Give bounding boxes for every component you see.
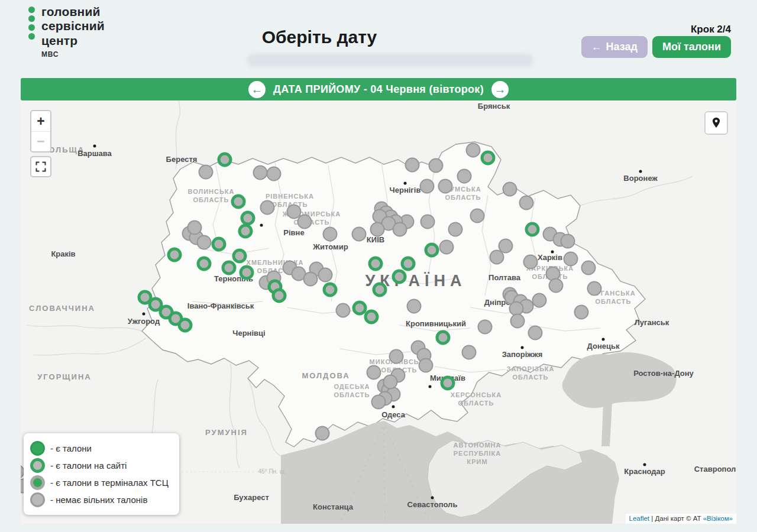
logo-line-1: головний (41, 5, 105, 19)
service-center-marker-no-tickets[interactable] (323, 227, 338, 242)
service-center-marker-tickets-on-site[interactable] (481, 151, 496, 166)
service-center-marker-no-tickets[interactable] (587, 281, 602, 296)
service-center-marker-no-tickets[interactable] (561, 234, 575, 249)
city-dot (143, 313, 145, 316)
my-tickets-button[interactable]: Мої талони (652, 36, 731, 58)
service-center-marker-no-tickets[interactable] (466, 143, 481, 158)
header-buttons: ←Назад Мої талони (581, 36, 731, 58)
service-center-marker-no-tickets[interactable] (383, 375, 398, 390)
service-center-marker-tickets-on-site[interactable] (238, 224, 253, 239)
service-center-marker-no-tickets[interactable] (564, 252, 578, 267)
service-center-marker-no-tickets[interactable] (574, 305, 589, 320)
service-center-marker-no-tickets[interactable] (420, 179, 435, 194)
service-center-marker-no-tickets[interactable] (528, 326, 543, 340)
service-center-marker-no-tickets[interactable] (581, 261, 596, 275)
service-center-marker-no-tickets[interactable] (253, 166, 268, 180)
service-center-marker-no-tickets[interactable] (519, 196, 534, 210)
service-center-marker-no-tickets[interactable] (419, 358, 434, 373)
map-pin-icon (711, 117, 722, 129)
map-canvas[interactable]: ПОЛЬЩАСЛОВАЧЧИНАУГОРЩИНАРУМУНІЯМОЛДОВАВО… (21, 100, 736, 524)
service-center-marker-no-tickets[interactable] (352, 227, 367, 242)
legend-item-terminal: - є талони в терміналах ТСЦ (30, 475, 169, 490)
service-center-marker-tickets-on-site[interactable] (241, 211, 255, 226)
legend-label: - є талони в терміналах ТСЦ (50, 478, 169, 488)
prev-date-button[interactable]: ← (248, 81, 266, 98)
service-center-marker-tickets-on-site[interactable] (167, 248, 182, 262)
fullscreen-button[interactable] (30, 156, 51, 177)
city-dot (521, 346, 524, 349)
service-center-marker-no-tickets[interactable] (523, 255, 538, 270)
service-center-marker-no-tickets[interactable] (336, 303, 351, 318)
service-center-marker-no-tickets[interactable] (439, 240, 454, 255)
city-dot (551, 251, 554, 254)
service-center-marker-tickets-on-site[interactable] (212, 237, 227, 252)
service-center-marker-tickets-on-site[interactable] (218, 153, 232, 167)
service-center-marker-no-tickets[interactable] (370, 222, 385, 237)
service-center-marker-tickets-on-site[interactable] (364, 310, 379, 325)
city-dot (643, 463, 646, 466)
service-center-marker-no-tickets[interactable] (318, 268, 333, 283)
zoom-out-button[interactable]: − (31, 131, 50, 151)
azov-sea (562, 352, 677, 408)
service-center-marker-no-tickets[interactable] (303, 272, 318, 287)
service-center-marker-no-tickets[interactable] (420, 215, 435, 229)
service-center-marker-tickets-on-site[interactable] (436, 330, 451, 345)
arrow-right-icon: → (494, 83, 506, 95)
service-center-marker-tickets-on-site[interactable] (240, 265, 254, 280)
next-date-button[interactable]: → (491, 81, 509, 98)
service-center-marker-tickets-on-site[interactable] (178, 318, 193, 333)
service-center-marker-no-tickets[interactable] (510, 314, 525, 329)
city-dot (93, 145, 96, 148)
legend-marker-icon-site (30, 458, 45, 473)
vizikom-link[interactable]: «Візіком» (703, 515, 733, 522)
service-center-marker-tickets-on-site[interactable] (373, 283, 387, 297)
service-center-marker-no-tickets[interactable] (478, 320, 493, 335)
service-center-marker-no-tickets[interactable] (367, 365, 381, 380)
service-center-marker-tickets-on-site[interactable] (272, 288, 287, 303)
service-center-marker-no-tickets[interactable] (407, 299, 422, 314)
service-center-marker-no-tickets[interactable] (438, 179, 453, 194)
city-dot (404, 182, 407, 185)
service-center-marker-tickets-on-site[interactable] (441, 376, 455, 391)
service-center-marker-no-tickets[interactable] (470, 209, 485, 223)
blurred-subtitle (247, 54, 533, 67)
service-center-marker-no-tickets[interactable] (448, 222, 463, 237)
legend-marker-icon-terminal (30, 475, 45, 490)
service-center-marker-no-tickets[interactable] (389, 349, 404, 364)
attribution: Leaflet | Дані карт © АТ «Візіком» (626, 514, 736, 524)
service-center-marker-tickets-on-site[interactable] (392, 270, 407, 284)
service-center-marker-tickets-on-site[interactable] (231, 194, 246, 209)
service-center-marker-no-tickets[interactable] (199, 165, 213, 180)
service-center-marker-no-tickets[interactable] (532, 293, 547, 308)
service-center-marker-tickets-on-site[interactable] (197, 257, 212, 271)
service-center-marker-tickets-on-site[interactable] (525, 222, 540, 237)
service-center-marker-no-tickets[interactable] (260, 200, 275, 215)
attribution-text: Дані карт © АТ (655, 515, 703, 522)
service-center-marker-no-tickets[interactable] (297, 215, 312, 229)
service-center-marker-tickets-on-site[interactable] (401, 257, 416, 271)
service-center-marker-no-tickets[interactable] (457, 169, 472, 184)
service-center-marker-no-tickets[interactable] (371, 395, 386, 410)
back-button[interactable]: ←Назад (581, 36, 648, 58)
service-center-marker-no-tickets[interactable] (549, 278, 564, 293)
service-center-marker-no-tickets[interactable] (462, 345, 477, 360)
service-center-marker-no-tickets[interactable] (187, 220, 202, 235)
service-center-marker-no-tickets[interactable] (267, 167, 282, 181)
service-center-marker-no-tickets[interactable] (405, 158, 420, 173)
zoom-in-button[interactable]: + (31, 111, 50, 131)
service-center-marker-no-tickets[interactable] (429, 158, 444, 173)
service-center-marker-no-tickets[interactable] (393, 222, 407, 237)
service-center-marker-no-tickets[interactable] (490, 250, 504, 265)
service-center-marker-tickets-on-site[interactable] (425, 243, 439, 258)
service-center-marker-no-tickets[interactable] (197, 235, 212, 250)
service-center-marker-no-tickets[interactable] (503, 182, 517, 197)
legend-label: - немає вільних талонів (50, 495, 147, 505)
service-center-marker-tickets-on-site[interactable] (222, 261, 237, 275)
legend-marker-icon-available (30, 441, 45, 456)
service-center-marker-tickets-on-site[interactable] (232, 249, 247, 264)
leaflet-link[interactable]: Leaflet (629, 515, 650, 522)
locate-button[interactable] (704, 111, 728, 135)
service-center-marker-no-tickets[interactable] (315, 426, 330, 441)
service-center-marker-tickets-on-site[interactable] (368, 257, 383, 271)
service-center-marker-tickets-on-site[interactable] (323, 283, 338, 297)
